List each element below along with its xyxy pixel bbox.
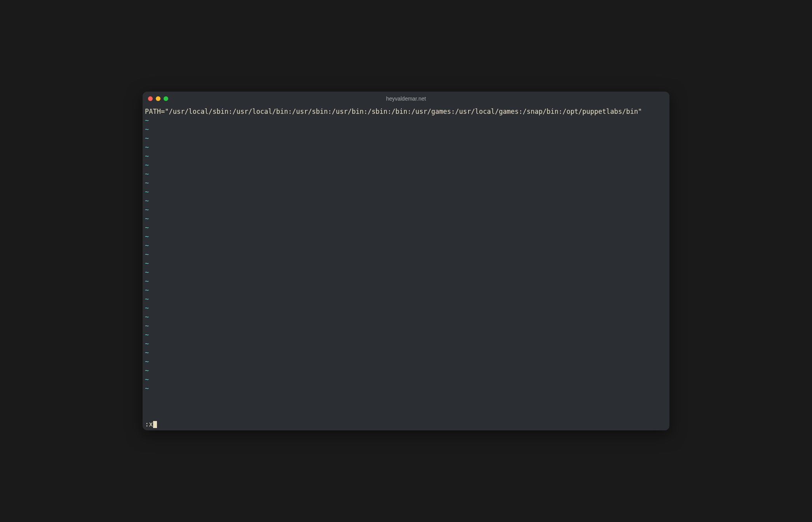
empty-line-marker: ~ bbox=[145, 197, 667, 205]
empty-line-marker: ~ bbox=[145, 366, 667, 375]
command-line[interactable]: :x bbox=[145, 420, 667, 430]
empty-line-marker: ~ bbox=[145, 188, 667, 197]
empty-line-marker: ~ bbox=[145, 375, 667, 384]
cursor-icon bbox=[153, 421, 157, 428]
empty-lines-container: ~~~~~~~~~~~~~~~~~~~~~~~~~~~~~~~ bbox=[145, 116, 667, 420]
empty-line-marker: ~ bbox=[145, 313, 667, 322]
empty-line-marker: ~ bbox=[145, 348, 667, 357]
traffic-lights bbox=[148, 96, 168, 101]
empty-line-marker: ~ bbox=[145, 223, 667, 232]
maximize-icon[interactable] bbox=[164, 96, 168, 101]
empty-line-marker: ~ bbox=[145, 277, 667, 286]
empty-line-marker: ~ bbox=[145, 331, 667, 339]
empty-line-marker: ~ bbox=[145, 205, 667, 214]
empty-line-marker: ~ bbox=[145, 116, 667, 125]
window-title: heyvaldemar.net bbox=[386, 96, 426, 102]
empty-line-marker: ~ bbox=[145, 170, 667, 179]
empty-line-marker: ~ bbox=[145, 125, 667, 134]
terminal-window: heyvaldemar.net PATH="/usr/local/sbin:/u… bbox=[143, 92, 669, 430]
empty-line-marker: ~ bbox=[145, 134, 667, 143]
empty-line-marker: ~ bbox=[145, 268, 667, 277]
titlebar: heyvaldemar.net bbox=[143, 92, 669, 106]
empty-line-marker: ~ bbox=[145, 295, 667, 304]
empty-line-marker: ~ bbox=[145, 214, 667, 223]
empty-line-marker: ~ bbox=[145, 286, 667, 295]
minimize-icon[interactable] bbox=[156, 96, 160, 101]
file-content: PATH="/usr/local/sbin:/usr/local/bin:/us… bbox=[145, 107, 667, 116]
empty-line-marker: ~ bbox=[145, 152, 667, 161]
empty-line-marker: ~ bbox=[145, 259, 667, 268]
vim-command: :x bbox=[145, 420, 153, 429]
editor-body[interactable]: PATH="/usr/local/sbin:/usr/local/bin:/us… bbox=[143, 106, 669, 430]
empty-line-marker: ~ bbox=[145, 161, 667, 170]
empty-line-marker: ~ bbox=[145, 143, 667, 152]
empty-line-marker: ~ bbox=[145, 250, 667, 259]
empty-line-marker: ~ bbox=[145, 304, 667, 313]
close-icon[interactable] bbox=[148, 96, 153, 101]
empty-line-marker: ~ bbox=[145, 384, 667, 393]
empty-line-marker: ~ bbox=[145, 232, 667, 241]
empty-line-marker: ~ bbox=[145, 322, 667, 331]
empty-line-marker: ~ bbox=[145, 241, 667, 250]
empty-line-marker: ~ bbox=[145, 339, 667, 348]
empty-line-marker: ~ bbox=[145, 179, 667, 188]
empty-line-marker: ~ bbox=[145, 357, 667, 366]
